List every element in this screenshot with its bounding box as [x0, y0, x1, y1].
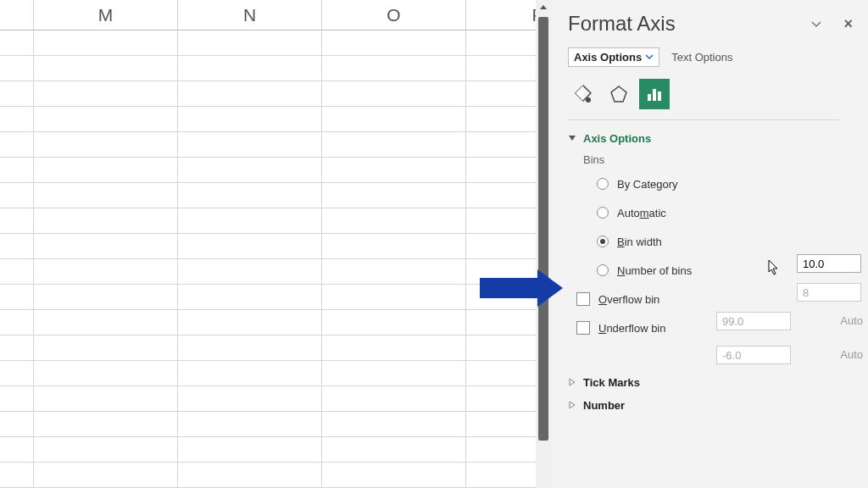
col-header-m[interactable]: M — [34, 0, 178, 30]
underflow-auto-label: Auto — [840, 348, 863, 361]
section-axis-options-label: Axis Options — [583, 132, 651, 145]
pane-title: Format Axis — [568, 12, 676, 36]
bins-label: Bins — [583, 153, 868, 166]
pane-options-dropdown-icon[interactable] — [811, 16, 821, 31]
effects-icon[interactable] — [604, 79, 634, 109]
close-icon[interactable]: × — [843, 15, 853, 33]
svg-marker-1 — [611, 86, 626, 102]
scroll-up-arrow-icon[interactable] — [536, 0, 551, 15]
column-headers: M N O P — [0, 0, 536, 30]
number-label: Number — [583, 399, 625, 412]
checkbox-icon — [576, 321, 590, 335]
format-axis-pane: Format Axis × Axis Options Text Options — [551, 0, 868, 488]
svg-rect-3 — [653, 89, 656, 101]
bin-width-label: Bin width — [617, 236, 662, 248]
svg-rect-4 — [658, 92, 661, 101]
radio-selected-icon — [597, 236, 609, 247]
bin-width-input[interactable] — [797, 254, 861, 273]
grid-rows — [0, 30, 536, 488]
svg-point-0 — [586, 97, 591, 103]
annotation-arrow-icon — [480, 278, 537, 298]
scroll-thumb[interactable] — [538, 17, 548, 441]
tab-text-options[interactable]: Text Options — [671, 51, 732, 64]
tick-marks-label: Tick Marks — [583, 376, 640, 389]
number-of-bins-label: Number of bins — [617, 264, 692, 277]
tab-axis-options-label: Axis Options — [574, 51, 642, 64]
fill-line-icon[interactable] — [568, 79, 598, 109]
triangle-right-icon — [568, 378, 576, 388]
divider — [568, 119, 839, 120]
by-category-label: By Category — [617, 178, 678, 191]
col-header-n[interactable]: N — [178, 0, 322, 30]
number-of-bins-input[interactable] — [797, 283, 861, 302]
checkbox-icon — [576, 292, 590, 306]
underflow-bin-input[interactable] — [716, 346, 791, 364]
triangle-right-icon — [568, 401, 576, 411]
automatic-label: Automatic — [617, 207, 666, 219]
col-header-blank — [0, 0, 34, 30]
section-axis-options[interactable]: Axis Options — [568, 132, 868, 145]
radio-by-category[interactable]: By Category — [597, 175, 868, 193]
tab-axis-options[interactable]: Axis Options — [568, 47, 659, 67]
section-tick-marks[interactable]: Tick Marks — [568, 376, 868, 389]
spreadsheet-grid[interactable]: M N O P — [0, 0, 536, 488]
axis-options-icon[interactable] — [639, 79, 670, 109]
section-number[interactable]: Number — [568, 399, 868, 412]
radio-automatic[interactable]: Automatic — [597, 203, 868, 222]
radio-icon — [597, 178, 609, 190]
col-header-o[interactable]: O — [322, 0, 466, 30]
radio-bin-width[interactable]: Bin width — [597, 232, 868, 251]
svg-rect-2 — [648, 94, 651, 101]
overflow-auto-label: Auto — [840, 314, 863, 327]
radio-icon — [597, 207, 609, 219]
overflow-bin-label: Overflow bin — [598, 293, 659, 306]
triangle-down-icon — [568, 134, 576, 144]
radio-icon — [597, 264, 609, 276]
vertical-scrollbar[interactable] — [536, 0, 551, 488]
underflow-bin-label: Underflow bin — [598, 322, 666, 335]
chevron-down-icon — [645, 53, 654, 63]
cursor-icon — [768, 259, 778, 274]
overflow-bin-input[interactable] — [716, 312, 791, 330]
